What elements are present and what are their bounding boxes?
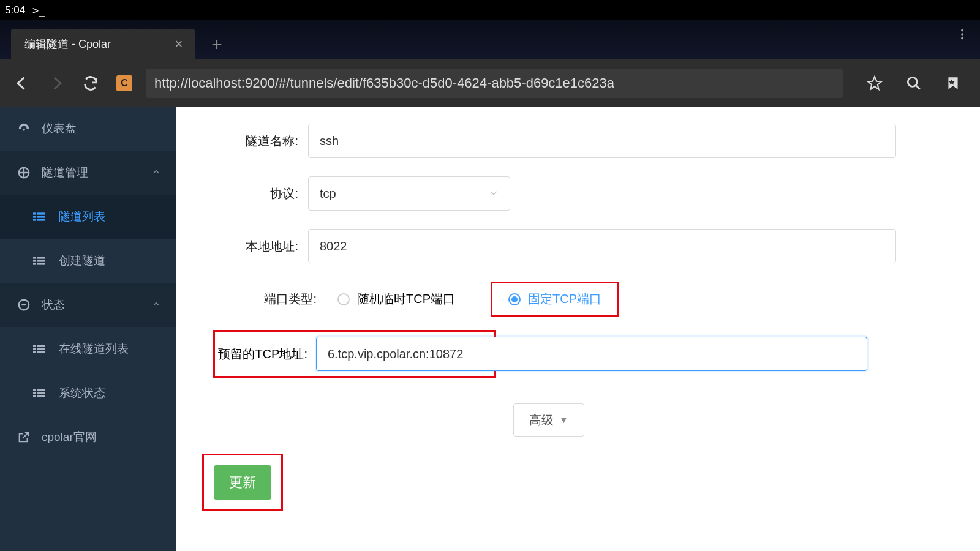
bookmark-icon[interactable] [940,70,967,97]
browser-nav-bar: C [0,59,980,107]
svg-rect-6 [33,212,36,214]
back-button[interactable] [9,70,36,97]
grid-icon [33,388,45,398]
chevron-up-icon [152,298,160,312]
tunnel-icon [17,166,31,179]
svg-point-1 [961,33,963,36]
svg-rect-11 [37,219,45,220]
sidebar-item-label: 系统状态 [59,385,105,401]
svg-rect-13 [37,257,45,258]
sidebar-item-label: cpolar官网 [42,429,97,445]
sidebar-group-tunnel-mgmt[interactable]: 隧道管理 [0,151,176,195]
sidebar-item-online-tunnels[interactable]: 在线隧道列表 [0,327,176,371]
svg-rect-24 [37,351,45,353]
tab-title: 编辑隧道 - Cpolar [24,37,160,51]
sidebar-item-create-tunnel[interactable]: 创建隧道 [0,239,176,283]
label-protocol: 协议: [201,186,308,202]
status-icon [17,298,31,312]
svg-rect-15 [37,260,45,261]
reload-button[interactable] [77,70,104,97]
terminal-prompt-icon: >_ [32,4,45,17]
svg-rect-20 [37,345,45,347]
sidebar-item-tunnel-list[interactable]: 隧道列表 [0,195,176,239]
svg-rect-17 [37,263,45,264]
button-label: 更新 [229,473,256,492]
svg-rect-30 [37,395,45,397]
browser-menu-icon[interactable] [956,28,969,45]
external-link-icon [17,430,31,444]
label-local-addr: 本地地址: [201,238,308,255]
svg-point-0 [961,29,963,32]
input-reserved-tcp[interactable] [316,337,867,371]
sidebar-group-status[interactable]: 状态 [0,283,176,327]
star-icon[interactable] [861,70,888,97]
highlight-submit: 更新 [202,454,283,511]
advanced-button[interactable]: 高级 ▼ [513,403,584,437]
row-local-addr: 本地地址: [201,229,956,263]
svg-rect-8 [33,216,36,217]
radio-group-port-type: 随机临时TCP端口 固定TCP端口 [326,282,956,317]
update-button[interactable]: 更新 [214,465,271,500]
sidebar-item-label: 在线隧道列表 [59,341,129,357]
select-protocol[interactable]: tcp [308,176,510,211]
svg-rect-26 [37,389,45,391]
svg-rect-28 [37,392,45,394]
radio-label: 固定TCP端口 [528,291,601,307]
forward-button[interactable] [43,70,70,97]
sidebar-item-label: 状态 [42,297,65,313]
radio-fixed-port[interactable]: 固定TCP端口 [503,288,606,310]
svg-rect-12 [33,257,36,258]
sidebar-item-cpolar-site[interactable]: cpolar官网 [0,415,176,459]
status-time: 5:04 [5,4,25,17]
dashboard-icon [17,122,31,135]
chevron-up-icon [152,166,160,179]
highlight-reserved-tcp: 预留的TCP地址: [213,330,496,378]
triangle-down-icon: ▼ [560,415,568,425]
browser-chrome: 编辑隧道 - Cpolar × + C [0,20,980,107]
sidebar-item-label: 创建隧道 [59,253,105,269]
highlight-fixed-port: 固定TCP端口 [491,282,619,317]
input-tunnel-name[interactable] [308,124,896,158]
close-icon[interactable]: × [173,38,185,50]
search-icon[interactable] [900,70,927,97]
sidebar-item-label: 隧道管理 [42,165,88,181]
radio-circle-icon [508,293,521,305]
svg-rect-9 [37,216,45,217]
radio-random-port[interactable]: 随机临时TCP端口 [326,282,466,316]
label-port-type: 端口类型: [256,291,326,307]
svg-rect-21 [33,348,36,350]
svg-rect-29 [33,395,36,397]
svg-point-4 [23,129,25,131]
row-tunnel-name: 隧道名称: [201,124,956,158]
url-bar[interactable] [146,69,843,98]
sidebar-item-system-status[interactable]: 系统状态 [0,371,176,415]
site-favicon: C [116,75,132,91]
svg-rect-7 [37,212,45,214]
nav-right-actions [861,70,967,97]
select-value: tcp [320,187,336,201]
row-reserved-tcp: 预留的TCP地址: [201,330,956,378]
svg-rect-14 [33,260,36,261]
row-port-type: 端口类型: 随机临时TCP端口 固定TCP端口 [256,282,956,317]
new-tab-button[interactable]: + [202,30,232,59]
radio-circle-icon [337,293,350,305]
input-local-addr[interactable] [308,229,896,263]
svg-rect-19 [33,345,36,347]
svg-rect-23 [33,351,36,353]
sidebar-item-label: 隧道列表 [59,209,105,225]
row-protocol: 协议: tcp [201,176,956,211]
sidebar: 仪表盘 隧道管理 隧道列表 创建隧道 [0,107,176,551]
tab-strip: 编辑隧道 - Cpolar × + [0,20,980,59]
label-tunnel-name: 隧道名称: [201,133,308,149]
svg-point-2 [961,37,963,40]
sidebar-item-dashboard[interactable]: 仪表盘 [0,107,176,151]
app-layout: 仪表盘 隧道管理 隧道列表 创建隧道 [0,107,980,551]
svg-rect-10 [33,219,36,220]
device-status-bar: 5:04 >_ [0,0,980,20]
svg-rect-16 [33,263,36,264]
browser-tab[interactable]: 编辑隧道 - Cpolar × [11,29,195,59]
svg-point-3 [908,77,917,86]
grid-icon [33,212,45,222]
svg-rect-27 [33,392,36,394]
svg-rect-25 [33,389,36,391]
